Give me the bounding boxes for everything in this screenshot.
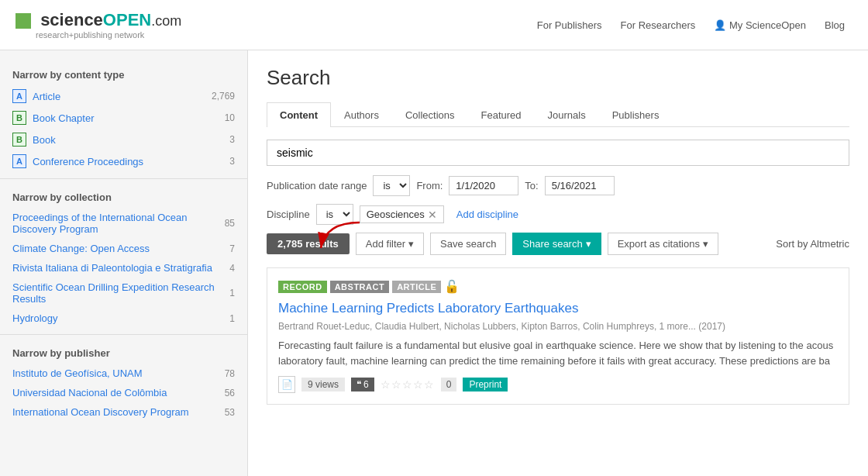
sidebar-item-unam[interactable]: Instituto de Geofísica, UNAM 78	[0, 364, 247, 383]
add-discipline-button[interactable]: Add discipline	[450, 206, 525, 222]
results-count-badge: 2,785 results	[267, 233, 350, 254]
sidebar-item-iodp-pub-label: International Ocean Discovery Program	[12, 406, 189, 418]
sidebar-item-book[interactable]: B Book 3	[0, 129, 247, 150]
result-footer: 📄 9 views ❝ 6 ☆☆☆☆☆ 0 Preprint	[278, 376, 838, 393]
tab-authors[interactable]: Authors	[331, 102, 392, 127]
remove-geosciences-button[interactable]: ✕	[428, 209, 437, 220]
badge-article: ARTICLE	[392, 281, 441, 293]
sidebar-item-scientific-ocean[interactable]: Scientific Ocean Drilling Expedition Res…	[0, 278, 247, 309]
narrow-content-title: Narrow by content type	[0, 63, 247, 85]
add-filter-label: Add filter	[366, 238, 405, 250]
score-badge: 0	[441, 378, 457, 391]
sidebar-item-unal[interactable]: Universidad Nacional de Colômbia 56	[0, 383, 247, 402]
tab-journals[interactable]: Journals	[535, 102, 599, 127]
sort-label: Sort by Altmetric	[776, 238, 849, 250]
narrow-collection-title: Narrow by collection	[0, 185, 247, 208]
sidebar-item-unam-label: Instituto de Geofísica, UNAM	[12, 367, 143, 379]
page-title: Search	[267, 66, 849, 90]
geosciences-tag: Geosciences ✕	[360, 205, 444, 223]
share-search-button[interactable]: Share search ▾	[512, 233, 601, 255]
article-icon: A	[12, 89, 26, 103]
sidebar-item-hydrology-count: 1	[229, 313, 235, 324]
sidebar-item-book-chapter[interactable]: B Book Chapter 10	[0, 107, 247, 129]
logo-open: OPEN	[103, 10, 151, 29]
nav-myscienceopen-label: My ScienceOpen	[729, 19, 806, 31]
pub-date-label: Publication date range	[267, 180, 367, 191]
export-citations-button[interactable]: Export as citations ▾	[608, 233, 718, 255]
sidebar-item-rivista-count: 4	[229, 263, 235, 274]
logo-subtitle: research+publishing network	[36, 30, 181, 40]
date-to-input[interactable]	[545, 176, 615, 195]
date-is-select[interactable]: is	[373, 175, 410, 196]
tab-collections[interactable]: Collections	[392, 102, 468, 127]
star-rating[interactable]: ☆☆☆☆☆	[381, 378, 435, 391]
sidebar-divider-2	[0, 334, 247, 335]
sidebar-item-article-count: 2,769	[212, 91, 235, 102]
sidebar-item-conference[interactable]: A Conference Proceedings 3	[0, 150, 247, 172]
sidebar-item-iodp-pub[interactable]: International Ocean Discovery Program 53	[0, 402, 247, 422]
add-filter-button[interactable]: Add filter ▾	[356, 233, 424, 255]
sidebar-item-unal-label: Universidad Nacional de Colômbia	[12, 387, 167, 398]
sidebar-item-climate-count: 7	[229, 243, 235, 254]
save-search-button[interactable]: Save search	[430, 233, 506, 255]
header: scienceOPEN.com research+publishing netw…	[0, 0, 868, 50]
discipline-label: Discipline	[267, 209, 310, 220]
sidebar-item-rivista-label: Rivista Italiana di Paleontologia e Stra…	[12, 262, 212, 274]
result-abstract: Forecasting fault failure is a fundament…	[278, 338, 838, 368]
search-input[interactable]	[267, 140, 849, 166]
citations-count: 6	[363, 379, 369, 390]
logo-box-icon	[16, 13, 31, 29]
sidebar-item-climate[interactable]: Climate Change: Open Access 7	[0, 239, 247, 258]
result-title[interactable]: Machine Learning Predicts Laboratory Ear…	[278, 300, 838, 317]
nav-myscienceopen[interactable]: 👤 My ScienceOpen	[706, 15, 814, 36]
user-icon: 👤	[714, 19, 726, 31]
sidebar-item-climate-label: Climate Change: Open Access	[12, 243, 150, 254]
sidebar-item-article-label: Article	[33, 91, 60, 102]
sidebar-item-scientific-ocean-label: Scientific Ocean Drilling Expedition Res…	[12, 281, 229, 305]
page-layout: Narrow by content type A Article 2,769 B…	[0, 50, 868, 476]
main-content: Search Content Authors Collections Featu…	[248, 50, 868, 476]
year-text: (2017)	[698, 321, 725, 332]
sidebar-item-iodp-label: Proceedings of the International Ocean D…	[12, 212, 225, 235]
sidebar-item-hydrology[interactable]: Hydrology 1	[0, 309, 247, 328]
book-icon: B	[12, 133, 26, 147]
sidebar-item-iodp-count: 85	[225, 218, 235, 229]
sidebar-item-book-chapter-count: 10	[225, 112, 235, 123]
add-filter-chevron-icon: ▾	[408, 238, 414, 250]
sidebar-item-iodp[interactable]: Proceedings of the International Ocean D…	[0, 208, 247, 239]
action-bar: 2,785 results Add filter ▾ Save search S…	[267, 233, 849, 255]
badge-abstract: ABSTRACT	[330, 281, 390, 293]
conference-icon: A	[12, 154, 26, 168]
open-access-icon: 🔓	[444, 279, 460, 294]
nav-blog[interactable]: Blog	[817, 15, 852, 36]
tab-content[interactable]: Content	[267, 102, 331, 127]
preprint-badge[interactable]: Preprint	[463, 378, 508, 391]
authors-text: Bertrand Rouet-Leduc, Claudia Hulbert, N…	[278, 321, 696, 332]
search-input-row	[267, 140, 849, 166]
sidebar-item-rivista[interactable]: Rivista Italiana di Paleontologia e Stra…	[0, 258, 247, 278]
tab-publishers[interactable]: Publishers	[599, 102, 673, 127]
nav-publishers[interactable]: For Publishers	[529, 15, 610, 36]
sidebar-item-article[interactable]: A Article 2,769	[0, 85, 247, 107]
sidebar: Narrow by content type A Article 2,769 B…	[0, 50, 248, 476]
export-citations-label: Export as citations	[618, 238, 700, 250]
discipline-filter-row: Discipline is Geosciences ✕ Add discipli…	[267, 204, 849, 225]
tab-featured[interactable]: Featured	[468, 102, 535, 127]
discipline-is-select[interactable]: is	[316, 204, 353, 225]
date-from-label: From:	[416, 180, 443, 191]
logo-com: .com	[151, 13, 181, 29]
book-chapter-icon: B	[12, 111, 26, 125]
sidebar-item-hydrology-label: Hydrology	[12, 312, 58, 324]
sidebar-item-unal-count: 56	[225, 388, 235, 398]
date-from-input[interactable]	[449, 176, 518, 195]
sidebar-divider-1	[0, 178, 247, 179]
export-chevron-icon: ▾	[703, 238, 708, 250]
geosciences-tag-label: Geosciences	[367, 209, 425, 220]
save-search-label: Save search	[440, 238, 496, 250]
result-authors: Bertrand Rouet-Leduc, Claudia Hulbert, N…	[278, 321, 838, 332]
sidebar-item-conference-label: Conference Proceedings	[33, 156, 143, 167]
save-icon[interactable]: 📄	[278, 376, 295, 393]
nav-researchers[interactable]: For Researchers	[613, 15, 704, 36]
citations-icon: ❝	[356, 379, 361, 390]
logo[interactable]: scienceOPEN.com	[16, 10, 181, 30]
